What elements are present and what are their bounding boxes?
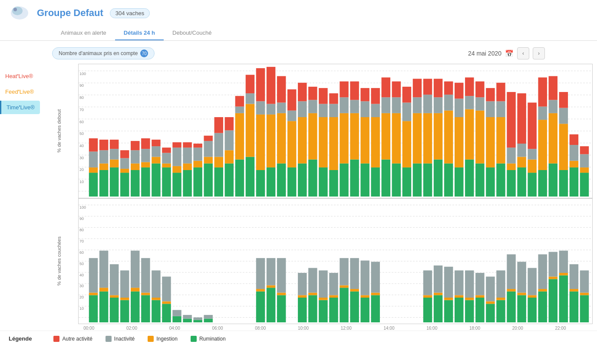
- svg-rect-45: [141, 162, 150, 167]
- svg-rect-101: [287, 121, 296, 167]
- charts-area: % de vaches debout 10: [52, 64, 597, 331]
- svg-rect-99: [277, 76, 286, 102]
- tab-alerte[interactable]: Animaux en alerte: [52, 26, 115, 40]
- svg-rect-109: [308, 113, 317, 160]
- svg-rect-126: [350, 100, 359, 113]
- x-label-20: 20:00: [507, 324, 528, 331]
- svg-rect-181: [496, 117, 505, 164]
- svg-rect-195: [528, 102, 536, 149]
- svg-rect-334: [528, 268, 536, 295]
- svg-rect-263: [183, 318, 191, 322]
- svg-rect-41: [131, 164, 139, 170]
- svg-rect-30: [99, 150, 108, 164]
- svg-rect-326: [507, 292, 515, 322]
- svg-rect-44: [141, 167, 150, 197]
- svg-rect-137: [382, 113, 390, 160]
- svg-rect-79: [225, 117, 234, 131]
- svg-rect-328: [507, 254, 515, 289]
- svg-rect-340: [549, 252, 557, 277]
- svg-rect-110: [308, 100, 317, 113]
- svg-rect-134: [371, 104, 379, 118]
- svg-rect-139: [382, 78, 390, 98]
- svg-rect-124: [350, 160, 359, 197]
- svg-rect-102: [287, 111, 296, 121]
- svg-rect-341: [559, 275, 568, 322]
- svg-rect-106: [298, 101, 307, 117]
- inactivite-color-swatch: [106, 336, 112, 342]
- svg-rect-301: [371, 262, 379, 292]
- sidebar-item-feed[interactable]: Feed'Live®: [0, 85, 40, 98]
- svg-rect-60: [183, 170, 191, 197]
- svg-rect-97: [277, 113, 286, 164]
- svg-rect-127: [350, 82, 359, 100]
- svg-rect-343: [559, 251, 568, 273]
- svg-rect-132: [371, 167, 379, 197]
- lower-chart-section: % de vaches couchées 100 90: [56, 198, 593, 324]
- svg-rect-278: [298, 298, 307, 322]
- svg-rect-35: [110, 140, 119, 149]
- x-label-16: 16:00: [421, 324, 442, 331]
- svg-rect-280: [298, 273, 307, 295]
- svg-rect-80: [235, 160, 244, 197]
- svg-rect-159: [434, 79, 442, 98]
- x-label-8: 08:00: [250, 324, 271, 331]
- tab-debout[interactable]: Debout/Couché: [164, 26, 220, 40]
- svg-rect-196: [538, 170, 547, 197]
- svg-rect-53: [162, 164, 171, 167]
- svg-rect-182: [496, 101, 505, 117]
- svg-rect-129: [360, 117, 369, 164]
- svg-rect-246: [120, 300, 129, 322]
- svg-rect-208: [570, 167, 578, 197]
- svg-rect-78: [225, 131, 234, 151]
- sidebar-item-time[interactable]: Time'Live®: [0, 101, 40, 114]
- svg-rect-202: [549, 100, 557, 113]
- sidebar-item-heat[interactable]: Heat'Live®: [0, 69, 40, 83]
- svg-rect-93: [267, 115, 275, 167]
- x-label-14: 14:00: [378, 324, 399, 331]
- svg-rect-286: [319, 270, 327, 298]
- x-label-1: [99, 324, 121, 331]
- svg-rect-291: [340, 285, 348, 288]
- svg-rect-136: [382, 160, 390, 197]
- x-label-13: [357, 324, 378, 331]
- svg-rect-316: [465, 270, 474, 298]
- svg-rect-160: [444, 164, 453, 197]
- tab-details[interactable]: Détails 24 h: [115, 26, 164, 40]
- x-label-3: [142, 324, 164, 331]
- svg-rect-166: [455, 98, 463, 117]
- svg-rect-157: [434, 113, 442, 160]
- x-label-0: 00:00: [78, 324, 99, 331]
- svg-rect-107: [298, 83, 307, 102]
- svg-rect-274: [267, 258, 275, 285]
- svg-rect-303: [423, 295, 432, 298]
- svg-rect-155: [423, 79, 432, 95]
- filter-button[interactable]: Nombre d'animaux pris en compte 70: [52, 47, 155, 59]
- svg-rect-257: [152, 270, 160, 298]
- svg-rect-322: [486, 277, 495, 302]
- x-label-15: [400, 324, 421, 331]
- svg-rect-49: [152, 157, 160, 164]
- svg-rect-325: [496, 270, 505, 298]
- prev-date-button[interactable]: ‹: [517, 47, 529, 59]
- svg-rect-187: [507, 92, 515, 148]
- upper-chart-bars: [79, 64, 592, 198]
- svg-rect-281: [308, 295, 317, 322]
- filter-count: 70: [140, 49, 148, 57]
- svg-rect-61: [183, 164, 191, 170]
- svg-rect-344: [570, 292, 578, 322]
- svg-rect-190: [517, 144, 526, 157]
- next-date-button[interactable]: ›: [533, 47, 545, 59]
- svg-rect-119: [329, 93, 338, 104]
- svg-rect-154: [423, 95, 432, 113]
- svg-point-2: [13, 8, 17, 11]
- svg-rect-158: [434, 97, 442, 113]
- svg-rect-240: [99, 292, 108, 322]
- svg-rect-128: [360, 164, 369, 197]
- svg-rect-331: [517, 262, 526, 292]
- svg-rect-153: [423, 113, 432, 164]
- svg-rect-339: [549, 277, 557, 279]
- legend-item-inactivite: Inactivité: [106, 336, 135, 342]
- svg-rect-184: [507, 170, 515, 197]
- svg-rect-270: [256, 289, 265, 292]
- svg-rect-180: [496, 164, 505, 197]
